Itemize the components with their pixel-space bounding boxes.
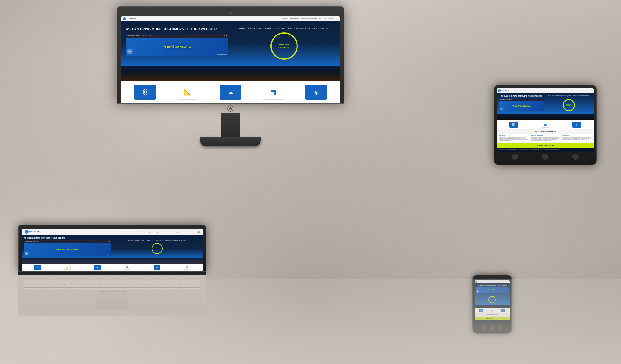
laptop-business-circle[interactable]: Business Intro Form [152,243,163,254]
desktop-hero-title: WE CAN BRING MORE CUSTOMERS TO YOUR WEBS… [126,27,228,31]
tablet-content-text: Lorem ipsum dolor sit amet, consectetur … [498,149,592,150]
tablet-expertise-card-2: Reputation Management Negative Reviews c… [530,134,561,142]
tablet-hero-title: WE CAN BRING MORE CUSTOMERS TO YOUR WEBS… [499,95,544,97]
tablet-nav-call: Call us +971 56 622 7318 [583,90,592,91]
laptop-hero-cta: Fill out our Business Introduction Form … [128,240,186,241]
laptop-video-thumb[interactable]: Web Design Dubai | Rista SEO FZE ⤢ ↗ We … [24,240,111,256]
tablet-expertise-card-1-text: Design is the purpose of your website ho… [499,137,528,141]
tablet-expertise-card-1: Web Design Design is the purpose of your… [498,134,529,142]
tablet-dominate-banner[interactable]: DOMINATE Your market [497,143,594,148]
tablet-expertise-title: WHAT ARE OUR EXPERTISE [498,131,592,133]
laptop-icon-network[interactable]: ⛓ [34,265,41,270]
laptop-play-button[interactable]: ▶ [25,252,29,255]
desktop-nav-5[interactable]: Blog [319,18,321,19]
tablet-expertise-card-2-title: Reputation Management [531,135,560,136]
tablet-circle-line2: Intro Form [566,105,572,106]
desktop-video-thumb[interactable]: Web Design Dubai | Rista SEO FZE ⤢ ↗ We … [126,34,228,56]
desktop-logo [123,17,126,20]
laptop-nav-4[interactable]: Reputation Management [160,231,174,233]
tablet-skyline [497,114,594,120]
tablet-expertise-card-2-text: Negative Reviews can impact online busin… [531,137,560,141]
monitor-camera [229,12,232,15]
laptop-hinge [18,272,206,275]
desktop-video-expand-icon[interactable]: ⤢ [223,35,225,37]
tablet-screen: RISTA SEO FZE Your Business Social Media… [497,88,594,152]
desktop-video-sub: Which Bring Result [216,54,227,55]
laptop-circle-line1: Business [154,247,160,249]
tablet-nav-2[interactable]: Social Media Marketing [556,90,563,91]
laptop-video-controls[interactable]: ⤢ ↗ [108,241,110,242]
laptop-nav-5[interactable]: Blog [175,231,178,233]
desktop-skyline [121,66,340,81]
desktop-icon-diamond[interactable]: ◈ [305,85,327,100]
monitor-stand: ⏻ [117,104,344,146]
desktop-play-button[interactable]: ▶ [127,49,133,54]
desktop-nav-1[interactable]: Your Business [282,18,288,19]
desktop-video-share-icon[interactable]: ↗ [226,35,227,37]
tablet-nav: RISTA SEO FZE Your Business Social Media… [497,88,594,93]
tablet-video[interactable]: Web Design Dubai | Rista SEO FZE We Buil… [499,99,544,111]
desktop-nav-phone: Call us +971 56 622 7318 [323,18,333,19]
monitor-power-button[interactable]: ⏻ [227,105,233,112]
laptop-video-sub: Which Bring Result [102,255,110,256]
laptop-hero-title: WE CAN BRING MORE CUSTOMERS TO YOUR WEBS… [24,237,111,239]
tablet-expertise-card-1-title: Web Design [499,135,528,136]
tablet-icons-row: ⛓ ▦ ◈ [497,120,594,129]
laptop-circle-line2: Intro Form [154,249,160,250]
laptop-nav-3[interactable]: Web Design [152,231,159,233]
laptop-nav-2[interactable]: Social Media Marketing [137,231,150,233]
desktop-hamburger-icon[interactable]: ≡ [337,18,338,20]
tablet-icon-3[interactable]: ◈ [572,122,581,128]
tablet-icon-1[interactable]: ⛓ [509,122,518,128]
tablet-back-button[interactable]: ◁ [512,154,518,160]
tablet-play-button[interactable]: ▶ [500,107,503,110]
desktop-nav-2[interactable]: Social Media Marketing [290,18,299,19]
tablet-logo-icon [498,89,501,92]
laptop-hamburger-icon[interactable]: ≡ [198,230,200,234]
desktop-icon-layout[interactable]: ▦ [263,85,284,100]
surface [0,279,621,364]
tablet-video-header: Web Design Dubai | Rista SEO FZE [499,99,544,101]
tablet-brand: RISTA SEO FZE [502,90,509,91]
tablet-video-text: We Build the Websites [512,105,531,107]
desktop-hero-cta: Fill out our Business Introduction Form … [239,27,329,29]
desktop-icon-cloud[interactable]: ☁ [220,85,241,100]
tablet-expertise-card-3-text: Social media not only gives us certainty… [562,137,591,140]
tablet-nav-5[interactable]: Blog [580,90,582,91]
desktop-nav-4[interactable]: Reputation Management [307,18,317,19]
desktop-business-circle[interactable]: Business Intro Form [270,32,298,60]
tablet-business-circle[interactable]: Business Intro Form [563,99,575,111]
laptop-icon-brush[interactable]: 🖌 [184,265,190,270]
tablet-expertise-card-3-title: Social Media [562,135,591,136]
laptop-nav-1[interactable]: Your Business [128,231,136,233]
tablet-more-content: Lorem ipsum dolor sit amet, consectetur … [497,148,594,152]
monitor-screen: RISTA SEO FZE Your Business Social Media… [121,16,340,103]
laptop-logo-icon [25,230,29,234]
laptop-skyline [22,258,203,264]
tablet-nav-1[interactable]: Your Business [549,90,554,91]
tablet-expertise-section: WHAT ARE OUR EXPERTISE Web Design Design… [497,129,594,143]
tablet-home-button[interactable]: ⌂ [542,154,548,160]
tablet-menu-button[interactable]: ⬚ [572,154,579,160]
laptop-icon-ruler[interactable]: 📐 [64,265,71,270]
laptop-video-label: Web Design Dubai | Rista SEO FZE [25,241,39,242]
laptop-icons-row: ⛓ 📐 ☁ ▦ ◈ 🖌 [22,264,203,271]
laptop-icon-diamond[interactable]: ◈ [154,265,160,270]
desktop-video-title: Web Design Dubai | Rista SEO FZE [127,35,151,37]
desktop-icon-network[interactable]: ⛓ [134,85,156,100]
desktop-icon-ruler[interactable]: 📐 [177,85,198,100]
tablet-nav-3[interactable]: Web Design [565,90,569,91]
tablet-icon-2[interactable]: ▦ [541,122,549,128]
laptop-icon-layout[interactable]: ▦ [124,265,130,270]
desktop-monitor: RISTA SEO FZE Your Business Social Media… [117,6,344,146]
desktop-hero: WE CAN BRING MORE CUSTOMERS TO YOUR WEBS… [121,21,340,66]
laptop-hero: WE CAN BRING MORE CUSTOMERS TO YOUR WEBS… [22,235,203,258]
desktop-icons-row: ⛓ 📐 ☁ ▦ ◈ [121,81,340,103]
tablet-nav-4[interactable]: Reputation Management [571,90,579,91]
desktop-nav-3[interactable]: Web Design [301,18,306,19]
laptop-screen: RISTA SEO FZE Your Business Social Media… [22,229,203,271]
desktop-video-text: We Build the Websites [162,45,191,48]
tablet-hero-cta: Fill out our Business Introduction Form … [546,95,591,98]
laptop-icon-cloud[interactable]: ☁ [94,265,101,270]
laptop-site-nav: RISTA SEO FZE Your Business Social Media… [22,229,203,235]
